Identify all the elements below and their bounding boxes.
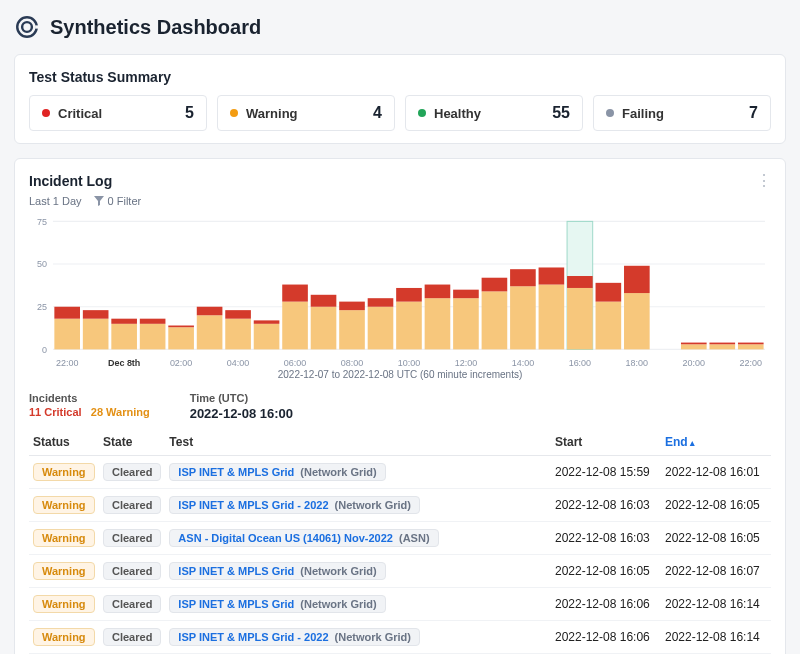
svg-rect-60: [738, 344, 764, 349]
test-badge[interactable]: ISP INET & MPLS Grid (Network Grid): [169, 595, 385, 613]
svg-rect-20: [168, 326, 194, 328]
svg-rect-19: [168, 327, 194, 349]
state-badge: Cleared: [103, 496, 161, 514]
test-badge[interactable]: ISP INET & MPLS Grid (Network Grid): [169, 562, 385, 580]
incident-table: Status State Test Start End▴ WarningClea…: [29, 429, 771, 654]
test-badge[interactable]: ISP INET & MPLS Grid (Network Grid): [169, 463, 385, 481]
start-time: 2022-12-08 16:03: [551, 489, 661, 522]
end-time: 2022-12-08 16:14: [661, 621, 771, 654]
svg-rect-36: [396, 288, 422, 302]
status-label: Warning: [246, 106, 298, 121]
start-time: 2022-12-08 15:59: [551, 456, 661, 489]
svg-rect-18: [140, 319, 166, 324]
status-card-critical[interactable]: Critical5: [29, 95, 207, 131]
svg-text:25: 25: [37, 302, 47, 312]
status-badge: Warning: [33, 628, 95, 646]
svg-rect-23: [225, 319, 251, 350]
col-start[interactable]: Start: [551, 429, 661, 456]
svg-rect-53: [624, 266, 650, 293]
svg-rect-21: [197, 315, 223, 349]
state-badge: Cleared: [103, 628, 161, 646]
col-state[interactable]: State: [99, 429, 165, 456]
incident-log-title: Incident Log: [29, 173, 771, 189]
svg-rect-49: [567, 276, 593, 288]
status-badge: Warning: [33, 562, 95, 580]
col-status[interactable]: Status: [29, 429, 99, 456]
svg-point-1: [22, 22, 32, 32]
svg-rect-61: [738, 343, 764, 345]
svg-rect-32: [339, 302, 365, 311]
state-badge: Cleared: [103, 562, 161, 580]
svg-text:22:00: 22:00: [740, 358, 762, 368]
status-value: 55: [552, 104, 570, 122]
end-time: 2022-12-08 16:05: [661, 522, 771, 555]
col-end[interactable]: End▴: [661, 429, 771, 456]
range-label[interactable]: Last 1 Day: [29, 195, 82, 207]
svg-rect-51: [596, 283, 622, 302]
svg-rect-27: [282, 302, 308, 350]
panel-menu-icon[interactable]: ⋮: [756, 171, 773, 190]
svg-text:0: 0: [42, 344, 47, 354]
svg-rect-24: [225, 310, 251, 319]
status-card-healthy[interactable]: Healthy55: [405, 95, 583, 131]
status-label: Healthy: [434, 106, 481, 121]
time-value: 2022-12-08 16:00: [190, 406, 293, 421]
state-badge: Cleared: [103, 529, 161, 547]
critical-count: 11 Critical: [29, 406, 82, 418]
svg-rect-22: [197, 307, 223, 316]
table-row[interactable]: WarningClearedISP INET & MPLS Grid (Netw…: [29, 555, 771, 588]
status-card-warning[interactable]: Warning4: [217, 95, 395, 131]
end-time: 2022-12-08 16:14: [661, 588, 771, 621]
svg-text:75: 75: [37, 216, 47, 226]
svg-rect-52: [624, 293, 650, 349]
status-card-failing[interactable]: Failing7: [593, 95, 771, 131]
svg-rect-34: [368, 298, 394, 307]
svg-rect-13: [83, 319, 109, 350]
time-header: Time (UTC): [190, 392, 293, 404]
incident-log-panel: ⋮ Incident Log Last 1 Day 0 Filter 02550…: [14, 158, 786, 654]
status-dot-icon: [230, 109, 238, 117]
status-summary-panel: Test Status Summary Critical5Warning4Hea…: [14, 54, 786, 144]
svg-rect-41: [482, 291, 508, 349]
table-row[interactable]: WarningClearedISP INET & MPLS Grid - 202…: [29, 621, 771, 654]
svg-rect-11: [54, 319, 80, 350]
warning-count: 28 Warning: [91, 406, 150, 418]
table-row[interactable]: WarningClearedISP INET & MPLS Grid - 202…: [29, 489, 771, 522]
table-row[interactable]: WarningClearedASN - Digital Ocean US (14…: [29, 522, 771, 555]
table-row[interactable]: WarningClearedISP INET & MPLS Grid (Netw…: [29, 588, 771, 621]
svg-text:50: 50: [37, 259, 47, 269]
svg-text:22:00: 22:00: [56, 358, 78, 368]
svg-text:16:00: 16:00: [569, 358, 591, 368]
svg-rect-12: [54, 307, 80, 319]
svg-rect-14: [83, 310, 109, 319]
table-row[interactable]: WarningClearedISP INET & MPLS Grid (Netw…: [29, 456, 771, 489]
end-time: 2022-12-08 16:05: [661, 489, 771, 522]
status-summary-title: Test Status Summary: [29, 69, 771, 85]
svg-rect-38: [425, 285, 451, 299]
start-time: 2022-12-08 16:06: [551, 588, 661, 621]
svg-rect-35: [396, 302, 422, 350]
svg-rect-37: [425, 298, 451, 349]
test-badge[interactable]: ISP INET & MPLS Grid - 2022 (Network Gri…: [169, 496, 420, 514]
filter-chip[interactable]: 0 Filter: [94, 195, 142, 207]
page-header: Synthetics Dashboard: [14, 14, 786, 40]
svg-text:10:00: 10:00: [398, 358, 420, 368]
state-badge: Cleared: [103, 463, 161, 481]
status-dot-icon: [606, 109, 614, 117]
svg-rect-57: [681, 343, 707, 345]
start-time: 2022-12-08 16:06: [551, 621, 661, 654]
test-badge[interactable]: ASN - Digital Ocean US (14061) Nov-2022 …: [169, 529, 438, 547]
status-dot-icon: [418, 109, 426, 117]
test-badge[interactable]: ISP INET & MPLS Grid - 2022 (Network Gri…: [169, 628, 420, 646]
state-badge: Cleared: [103, 595, 161, 613]
svg-rect-2: [35, 25, 40, 28]
svg-rect-15: [111, 324, 137, 350]
svg-rect-50: [596, 302, 622, 350]
svg-rect-25: [254, 324, 280, 350]
incident-chart[interactable]: 025507522:00Dec 8th02:0004:0006:0008:001…: [29, 215, 771, 375]
status-badge: Warning: [33, 463, 95, 481]
col-test[interactable]: Test: [165, 429, 551, 456]
end-time: 2022-12-08 16:07: [661, 555, 771, 588]
svg-text:06:00: 06:00: [284, 358, 306, 368]
svg-rect-30: [311, 295, 337, 307]
